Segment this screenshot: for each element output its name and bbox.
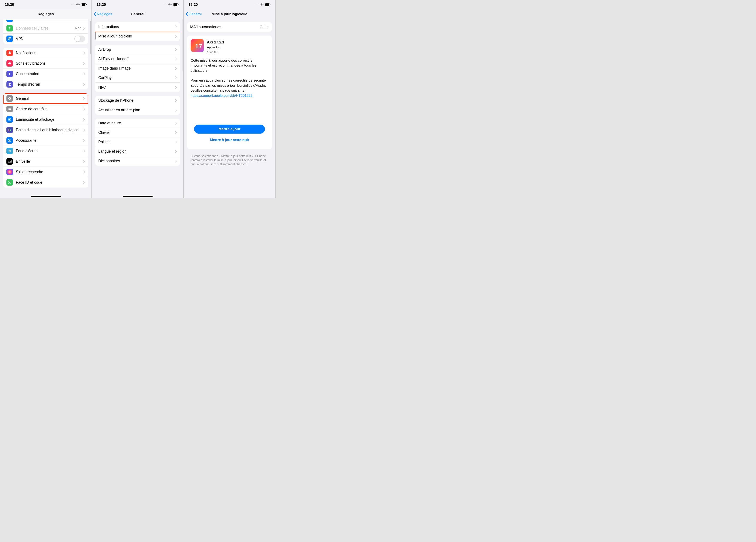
row-airplay[interactable]: AirPlay et Handoff — [95, 54, 180, 64]
row-home-screen[interactable]: Écran d'accueil et bibliothèque d'apps — [3, 125, 88, 135]
navbar: Réglages Général — [92, 9, 183, 19]
svg-text:9:4: 9:4 — [8, 161, 11, 163]
svg-point-21 — [10, 150, 11, 151]
row-dictionaries[interactable]: Dictionnaires — [95, 156, 180, 166]
sun-icon — [6, 116, 13, 123]
svg-point-6 — [9, 108, 10, 109]
row-label: AirPlay et Handoff — [98, 57, 175, 61]
chevron-right-icon — [83, 52, 85, 54]
chevron-right-icon — [175, 76, 177, 79]
row-storage[interactable]: Stockage de l'iPhone — [95, 96, 180, 105]
home-indicator[interactable] — [31, 196, 61, 197]
update-company: Apple Inc. — [207, 45, 224, 49]
row-standby[interactable]: 9:4 En veille — [3, 156, 88, 167]
row-auto-update[interactable]: MÀJ automatiques Oui — [187, 22, 272, 32]
chevron-right-icon — [83, 129, 85, 132]
row-display[interactable]: Luminosité et affichage — [3, 114, 88, 125]
back-button[interactable]: Réglages — [94, 12, 112, 16]
row-control-center[interactable]: Centre de contrôle — [3, 104, 88, 114]
page-title: Général — [131, 12, 144, 16]
row-notifications[interactable]: Notifications — [3, 48, 88, 58]
hourglass-icon — [6, 81, 13, 88]
row-date[interactable]: Date et heure — [95, 119, 180, 128]
status-bar: 16:20 •••• — [92, 0, 183, 9]
row-focus[interactable]: Concentration — [3, 69, 88, 79]
row-label: VPN — [16, 37, 74, 41]
chevron-right-icon — [83, 181, 85, 184]
row-keyboard[interactable]: Clavier — [95, 128, 180, 138]
chevron-right-icon — [83, 83, 85, 86]
back-button[interactable]: Général — [185, 12, 202, 16]
row-airdrop[interactable]: AirDrop — [95, 45, 180, 54]
chevron-right-icon — [175, 141, 177, 144]
row-label: Clavier — [98, 130, 175, 135]
group-sharing: AirDrop AirPlay et Handoff Image dans l'… — [95, 45, 180, 92]
svg-point-16 — [9, 150, 10, 150]
svg-point-26 — [9, 182, 9, 182]
chevron-right-icon — [83, 108, 85, 111]
wifi-icon — [76, 3, 80, 6]
row-software-update[interactable]: Mise à jour logicielle — [95, 32, 180, 41]
ios17-icon: 17 — [191, 39, 204, 52]
svg-point-18 — [8, 151, 9, 151]
chevron-right-icon — [267, 26, 269, 28]
svg-rect-10 — [10, 129, 11, 130]
row-siri[interactable]: Siri et recherche — [3, 167, 88, 177]
phone-general: 16:20 •••• Réglages Général Informations… — [92, 0, 184, 198]
row-wallpaper[interactable]: Fond d'écran — [3, 146, 88, 156]
prev-row-peek-icon — [6, 20, 13, 22]
status-time: 16:20 — [97, 3, 106, 7]
page-title: Réglages — [38, 12, 54, 16]
row-label: Données cellulaires — [16, 26, 75, 31]
row-label: Siri et recherche — [16, 170, 83, 174]
home-indicator[interactable] — [123, 196, 153, 197]
row-pip[interactable]: Image dans l'image — [95, 64, 180, 73]
row-label: Concentration — [16, 72, 83, 76]
chevron-right-icon — [83, 97, 85, 100]
wifi-icon — [260, 3, 264, 6]
row-sounds[interactable]: Sons et vibrations — [3, 58, 88, 69]
svg-point-7 — [10, 109, 11, 110]
row-cellular-data[interactable]: Données cellulaires Non — [3, 23, 88, 34]
row-vpn[interactable]: VPN — [3, 34, 88, 44]
row-background-refresh[interactable]: Actualiser en arrière-plan — [95, 105, 180, 115]
row-language[interactable]: Langue et région — [95, 147, 180, 156]
phone-software-update: 16:20 •••• Général Mise à jour logiciell… — [184, 0, 276, 198]
row-nfc[interactable]: NFC — [95, 83, 180, 92]
gear-icon — [6, 95, 13, 102]
row-label: Temps d'écran — [16, 82, 83, 87]
row-carplay[interactable]: CarPlay — [95, 73, 180, 83]
group-info-update: Informations Mise à jour logicielle — [95, 22, 180, 41]
update-desc-1: Cette mise à jour apporte des correctifs… — [191, 58, 268, 73]
row-screentime[interactable]: Temps d'écran — [3, 79, 88, 90]
row-label: Image dans l'image — [98, 66, 175, 71]
accessibility-icon — [6, 137, 13, 144]
status-bar: 16:20 •••• — [0, 0, 91, 9]
chevron-right-icon — [83, 150, 85, 153]
release-notes-link[interactable]: https://support.apple.com/kb/HT201222 — [191, 94, 252, 97]
update-tonight-button[interactable]: Mettre à jour cette nuit — [191, 135, 268, 145]
row-general[interactable]: Général — [3, 93, 88, 104]
vpn-toggle[interactable] — [74, 36, 85, 42]
scrollbar[interactable] — [182, 19, 182, 71]
row-accessibility[interactable]: Accessibilité — [3, 135, 88, 146]
chevron-right-icon — [83, 171, 85, 173]
svg-point-27 — [10, 182, 10, 182]
chevron-right-icon — [83, 27, 85, 30]
speaker-icon — [6, 60, 13, 67]
moon-icon — [6, 71, 13, 77]
row-fonts[interactable]: Polices — [95, 138, 180, 147]
chevron-right-icon — [175, 25, 177, 28]
standby-icon: 9:4 — [6, 158, 13, 165]
svg-rect-32 — [265, 4, 269, 6]
cell-dots-icon: •••• — [255, 4, 258, 6]
group-system: Date et heure Clavier Polices Langue et … — [95, 119, 180, 166]
row-informations[interactable]: Informations — [95, 22, 180, 32]
navbar: Réglages — [0, 9, 91, 19]
update-now-button[interactable]: Mettre à jour — [194, 125, 265, 134]
scrollbar[interactable] — [90, 21, 91, 54]
chevron-right-icon — [175, 150, 177, 153]
row-label: Accessibilité — [16, 138, 83, 143]
row-faceid[interactable]: Face ID et code — [3, 177, 88, 188]
update-size: 1,26 Go — [207, 50, 224, 54]
